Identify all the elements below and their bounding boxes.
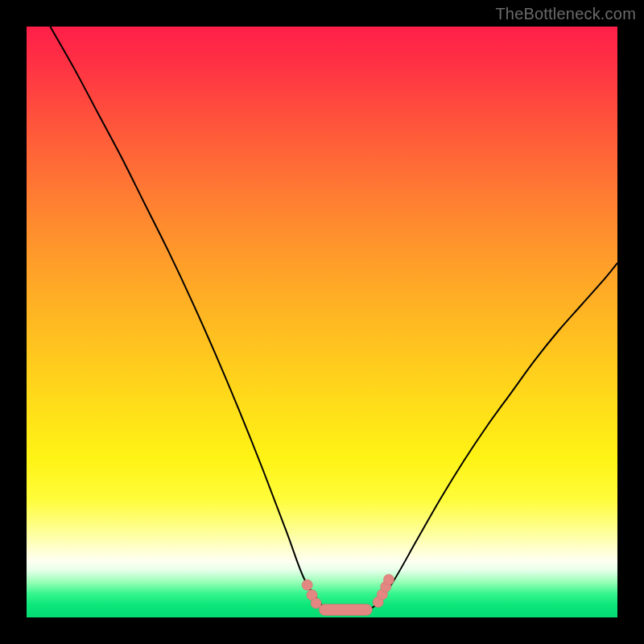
valley-markers [302,574,394,609]
curve-right-branch [375,263,617,606]
chart-frame: TheBottleneck.com [0,0,644,644]
plot-area [27,27,617,617]
watermark-text: TheBottleneck.com [495,5,636,23]
curve-left-branch [50,27,322,605]
plot-svg [27,27,617,617]
valley-bar [319,604,372,615]
valley-marker [302,580,312,590]
valley-marker [383,574,394,584]
